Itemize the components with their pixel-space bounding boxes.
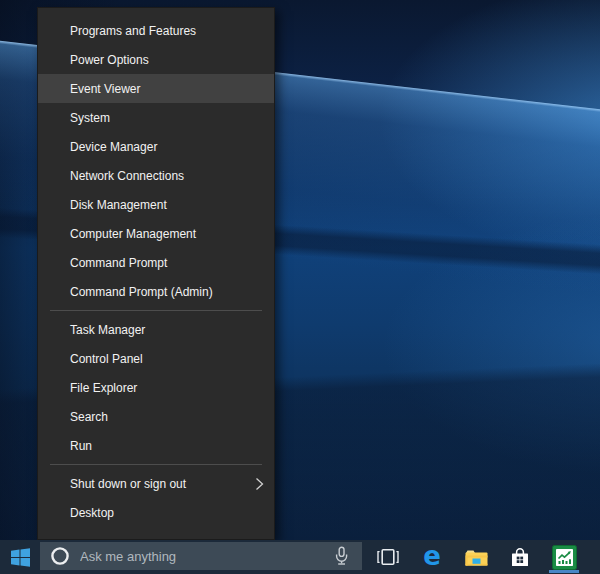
money-app-icon: [552, 545, 577, 570]
store-button[interactable]: [498, 540, 542, 574]
menu-item-label: Shut down or sign out: [70, 477, 186, 491]
menu-item-computer-management[interactable]: Computer Management: [38, 219, 274, 248]
menu-item-system[interactable]: System: [38, 103, 274, 132]
menu-separator: [50, 310, 262, 311]
search-input[interactable]: [80, 549, 328, 564]
winx-context-menu: Programs and Features Power Options Even…: [37, 7, 275, 540]
menu-item-disk-management[interactable]: Disk Management: [38, 190, 274, 219]
menu-item-run[interactable]: Run: [38, 431, 274, 460]
file-explorer-icon: [464, 547, 489, 567]
microphone-icon[interactable]: [328, 542, 354, 570]
menu-separator: [50, 464, 262, 465]
menu-item-command-prompt[interactable]: Command Prompt: [38, 248, 274, 277]
task-view-icon: [376, 547, 400, 567]
store-icon: [509, 547, 531, 568]
money-app-button[interactable]: [542, 540, 586, 574]
menu-item-event-viewer[interactable]: Event Viewer: [38, 74, 274, 103]
taskbar: e: [0, 540, 600, 574]
start-button[interactable]: [0, 540, 40, 574]
menu-item-file-explorer[interactable]: File Explorer: [38, 373, 274, 402]
edge-icon: e: [423, 543, 441, 569]
menu-item-power-options[interactable]: Power Options: [38, 45, 274, 74]
menu-item-device-manager[interactable]: Device Manager: [38, 132, 274, 161]
cortana-search-box[interactable]: [40, 542, 362, 570]
menu-item-control-panel[interactable]: Control Panel: [38, 344, 274, 373]
menu-item-task-manager[interactable]: Task Manager: [38, 315, 274, 344]
menu-item-search[interactable]: Search: [38, 402, 274, 431]
menu-item-shutdown-or-sign-out[interactable]: Shut down or sign out: [38, 469, 274, 498]
menu-item-desktop[interactable]: Desktop: [38, 498, 274, 527]
menu-item-command-prompt-admin[interactable]: Command Prompt (Admin): [38, 277, 274, 306]
windows-logo-icon: [11, 548, 30, 567]
screen: Programs and Features Power Options Even…: [0, 0, 600, 574]
menu-item-network-connections[interactable]: Network Connections: [38, 161, 274, 190]
menu-item-programs-and-features[interactable]: Programs and Features: [38, 16, 274, 45]
cortana-circle-icon: [50, 546, 70, 566]
file-explorer-button[interactable]: [454, 540, 498, 574]
task-view-button[interactable]: [366, 540, 410, 574]
submenu-chevron-icon: [255, 477, 264, 490]
running-app-indicator: [549, 570, 579, 573]
edge-button[interactable]: e: [410, 540, 454, 574]
